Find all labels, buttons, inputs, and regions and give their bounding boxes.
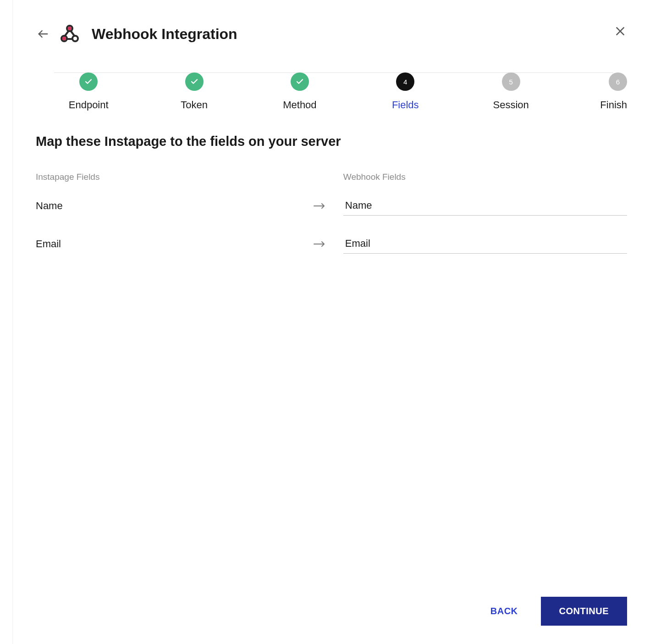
step-circle-pending: 5 <box>502 72 520 91</box>
step-label: Session <box>493 99 529 111</box>
field-row-email: Email <box>36 234 627 254</box>
source-field-label: Email <box>36 238 296 250</box>
step-label: Method <box>283 99 316 111</box>
webhook-field-input-name[interactable] <box>343 196 627 216</box>
arrow-right-icon <box>296 240 343 248</box>
svg-point-5 <box>62 37 66 40</box>
step-token[interactable]: Token <box>141 72 247 111</box>
step-method[interactable]: Method <box>247 72 353 111</box>
field-row-name: Name <box>36 196 627 216</box>
step-endpoint[interactable]: Endpoint <box>36 72 141 111</box>
step-label: Token <box>181 99 208 111</box>
back-arrow-icon[interactable] <box>36 27 50 41</box>
step-label: Fields <box>392 99 419 111</box>
columns-header: Instapage Fields Webhook Fields <box>36 172 627 182</box>
arrow-right-icon <box>296 202 343 210</box>
continue-button[interactable]: CONTINUE <box>541 597 627 626</box>
step-circle-done <box>79 72 98 91</box>
step-circle-pending: 6 <box>609 72 627 91</box>
source-field-label: Name <box>36 200 296 212</box>
modal-header: Webhook Integration <box>13 0 650 63</box>
webhook-integration-modal: Webhook Integration Endpoint Token <box>13 0 650 644</box>
step-fields[interactable]: 4 Fields <box>353 72 458 111</box>
step-circle-active: 4 <box>396 72 414 91</box>
stepper-line <box>54 72 613 73</box>
step-session[interactable]: 5 Session <box>458 72 563 111</box>
step-circle-done <box>185 72 204 91</box>
step-label: Finish <box>600 99 627 111</box>
section-heading: Map these Instapage to the fields on you… <box>36 134 627 149</box>
stepper: Endpoint Token Method 4 Fields 5 Session… <box>13 63 650 125</box>
webhook-fields-header: Webhook Fields <box>343 172 627 182</box>
back-button[interactable]: BACK <box>481 599 527 624</box>
close-icon[interactable] <box>614 25 627 38</box>
webhook-icon <box>59 23 81 45</box>
content-area: Map these Instapage to the fields on you… <box>13 125 650 281</box>
step-label: Endpoint <box>69 99 109 111</box>
instapage-fields-header: Instapage Fields <box>36 172 343 182</box>
page-title: Webhook Integration <box>92 26 237 43</box>
svg-point-3 <box>72 36 78 41</box>
modal-footer: BACK CONTINUE <box>13 578 650 644</box>
step-circle-done <box>291 72 309 91</box>
svg-point-4 <box>68 27 72 30</box>
webhook-field-input-email[interactable] <box>343 234 627 254</box>
background-sliver <box>0 0 13 644</box>
step-finish[interactable]: 6 Finish <box>564 72 627 111</box>
